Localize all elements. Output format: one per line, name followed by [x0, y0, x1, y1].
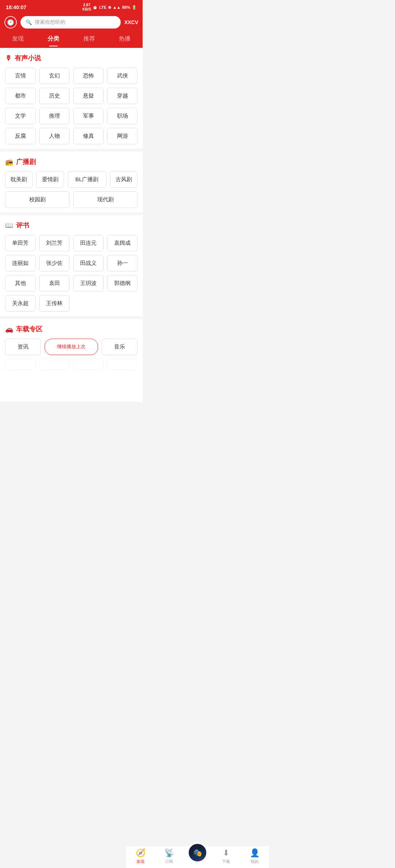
network-icon: LTE [99, 5, 106, 9]
main-content: 🎙 有声小说 言情 玄幻 恐怖 武侠 都市 历史 悬疑 穿越 文学 推理 军事 … [0, 48, 143, 402]
tag-zhangshaozu[interactable]: 张少佐 [39, 255, 69, 271]
search-placeholder: 搜索你想听的 [35, 19, 65, 26]
radio-drama-row1: 耽美剧 爱情剧 BL广播剧 古风剧 [5, 171, 138, 188]
tag-zhichang[interactable]: 职场 [107, 108, 138, 124]
section-storytelling: 📖 评书 单田芳 刘兰芳 田连元 袁阔成 连丽如 张少佐 田战义 孙一 其他 袁… [0, 215, 143, 316]
tag-lishi[interactable]: 历史 [39, 88, 69, 104]
header: 🕐 🔍 搜索你想听的 XXCV [0, 13, 143, 33]
section-car-zone: 🚗 车载专区 资讯 继续播放上次 音乐 [0, 319, 143, 373]
tag-liulanfang[interactable]: 刘兰芳 [39, 235, 69, 251]
tag-dushi[interactable]: 都市 [5, 88, 35, 104]
car-zone-title: 车载专区 [16, 325, 42, 334]
tag-shantianfang[interactable]: 单田芳 [5, 235, 35, 251]
tag-partial-2 [39, 359, 69, 370]
tag-partial-4 [107, 359, 138, 370]
status-time: 18:40:07 [6, 4, 26, 10]
tag-partial-3 [73, 359, 104, 370]
section-audio-novel: 🎙 有声小说 言情 玄幻 恐怖 武侠 都市 历史 悬疑 穿越 文学 推理 军事 … [0, 48, 143, 149]
storytelling-tags: 单田芳 刘兰芳 田连元 袁阔成 连丽如 张少佐 田战义 孙一 其他 袁田 王玥波… [5, 235, 138, 312]
tag-music[interactable]: 音乐 [102, 339, 138, 355]
tag-danmei[interactable]: 耽美剧 [5, 171, 33, 188]
tag-tuili[interactable]: 推理 [39, 108, 69, 124]
audio-novel-title: 有声小说 [15, 54, 41, 62]
tag-kongbu[interactable]: 恐怖 [73, 68, 104, 84]
section-title-audio-novel: 🎙 有声小说 [5, 54, 138, 62]
battery-icon: 🔋 [132, 5, 137, 10]
tag-wuxia[interactable]: 武侠 [107, 68, 138, 84]
tab-recommend[interactable]: 推荐 [78, 33, 101, 45]
section-title-radio-drama: 📻 广播剧 [5, 157, 138, 166]
alarm-icon: ⏰ [93, 5, 98, 10]
tag-partial-1 [5, 359, 35, 370]
car-zone-tags: 资讯 继续播放上次 音乐 [5, 339, 138, 355]
divider-3 [0, 316, 143, 319]
tag-xiaoyuan[interactable]: 校园剧 [5, 191, 69, 208]
tag-wenxue[interactable]: 文学 [5, 108, 35, 124]
storytelling-title: 评书 [16, 221, 29, 230]
tag-fanfu[interactable]: 反腐 [5, 128, 35, 144]
tag-qita[interactable]: 其他 [5, 275, 35, 292]
continue-play-button[interactable]: 继续播放上次 [45, 339, 98, 355]
bluetooth-icon: ⊕ [108, 5, 111, 10]
tab-hot[interactable]: 热播 [113, 33, 136, 45]
microphone-icon: 🎙 [5, 54, 12, 62]
nav-tabs: 发现 分类 推荐 热播 [0, 33, 143, 48]
divider-2 [0, 212, 143, 215]
tag-xuanyi[interactable]: 悬疑 [73, 88, 104, 104]
radio-icon: 📻 [5, 158, 13, 166]
tag-yuankuocheng[interactable]: 袁阔成 [107, 235, 138, 251]
tag-yanqing[interactable]: 言情 [5, 68, 35, 84]
tag-tianliyuan[interactable]: 田连元 [73, 235, 104, 251]
tag-guanyongchao[interactable]: 关永超 [5, 295, 35, 312]
tab-discover[interactable]: 发现 [6, 33, 30, 45]
tag-sunyi[interactable]: 孙一 [107, 255, 138, 271]
radio-drama-title: 广播剧 [16, 157, 36, 166]
tag-chuanyue[interactable]: 穿越 [107, 88, 138, 104]
radio-drama-row2: 校园剧 现代剧 [5, 191, 138, 208]
tag-xiandai[interactable]: 现代剧 [73, 191, 138, 208]
tag-gufeng[interactable]: 古风剧 [110, 171, 138, 188]
tag-wangchuanlin[interactable]: 王传林 [39, 295, 69, 312]
status-icons: 2.87KB/S ⏰ LTE ⊕ ▲▲ 88% 🔋 [82, 3, 137, 12]
audio-novel-tags: 言情 玄幻 恐怖 武侠 都市 历史 悬疑 穿越 文学 推理 军事 职场 反腐 人… [5, 68, 138, 144]
tag-xiuzhen[interactable]: 修真 [73, 128, 104, 144]
divider-1 [0, 149, 143, 152]
header-right-label: XXCV [124, 19, 138, 25]
speed-indicator: 2.87KB/S [82, 3, 91, 12]
book-icon: 📖 [5, 221, 13, 229]
tag-bl[interactable]: BL广播剧 [68, 171, 106, 188]
status-bar: 18:40:07 2.87KB/S ⏰ LTE ⊕ ▲▲ 88% 🔋 [0, 0, 143, 13]
signal-icon: ▲▲ [113, 5, 121, 9]
car-zone-row2-partial [5, 359, 138, 370]
battery-label: 88% [122, 5, 130, 9]
tag-lianliru[interactable]: 连丽如 [5, 255, 35, 271]
car-icon: 🚗 [5, 325, 13, 333]
tag-yuantian[interactable]: 袁田 [39, 275, 69, 292]
tag-tianzhanyi[interactable]: 田战义 [73, 255, 104, 271]
section-title-storytelling: 📖 评书 [5, 221, 138, 230]
tag-aiqing[interactable]: 爱情剧 [36, 171, 64, 188]
clock-icon[interactable]: 🕐 [4, 16, 17, 28]
search-icon: 🔍 [26, 19, 32, 25]
tag-guodegang[interactable]: 郭德纲 [107, 275, 138, 292]
tag-zixun[interactable]: 资讯 [5, 339, 41, 355]
search-bar[interactable]: 🔍 搜索你想听的 [20, 16, 121, 28]
section-radio-drama: 📻 广播剧 耽美剧 爱情剧 BL广播剧 古风剧 校园剧 现代剧 [0, 152, 143, 212]
tab-category[interactable]: 分类 [42, 33, 65, 45]
tag-wangyou[interactable]: 网游 [107, 128, 138, 144]
tag-wangyuebo[interactable]: 王玥波 [73, 275, 104, 292]
section-title-car-zone: 🚗 车载专区 [5, 325, 138, 334]
tag-xuanhuan[interactable]: 玄幻 [39, 68, 69, 84]
tag-junshi[interactable]: 军事 [73, 108, 104, 124]
tag-renwu[interactable]: 人物 [39, 128, 69, 144]
